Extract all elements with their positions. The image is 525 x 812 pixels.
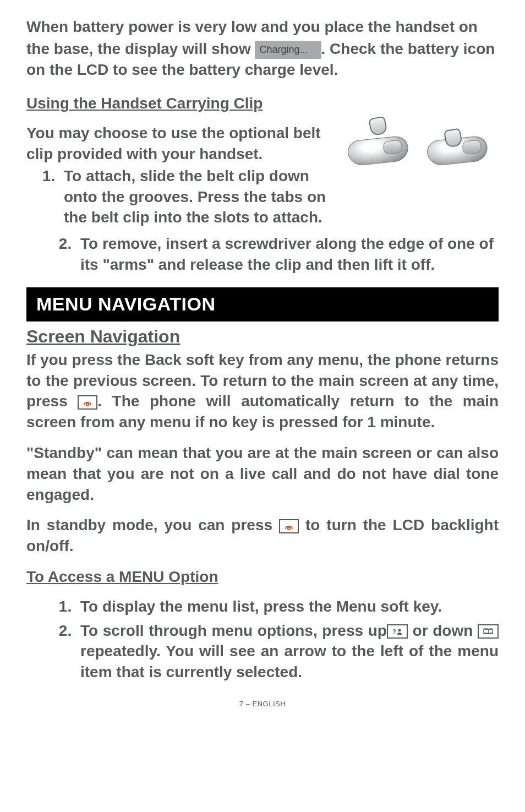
backlight-paragraph: In standby mode, you can press to turn t… [26, 515, 499, 557]
handset-left-icon [347, 135, 409, 167]
menu-step-2-post: repeatedly. You will see an arrow to the… [80, 642, 499, 680]
menu-step-1: To display the menu list, press the Menu… [76, 596, 499, 617]
svg-point-3 [398, 629, 401, 632]
menu-step-2: To scroll through menu options, press up… [76, 620, 499, 683]
menu-step-2-pre: To scroll through menu options, press up [80, 622, 387, 639]
nav-back-word: Back [145, 351, 182, 368]
clip-row: You may choose to use the optional belt … [26, 123, 499, 231]
menu-step-1-pre: To display the menu list, press the [80, 598, 336, 615]
subhead-carrying-clip: Using the Handset Carrying Clip [26, 93, 499, 114]
section-bar-menu-navigation: MENU NAVIGATION [26, 287, 499, 321]
svg-point-1 [288, 527, 290, 530]
svg-text:?: ? [392, 628, 396, 635]
nav-post: . The phone will automatically return to… [26, 393, 499, 430]
power-key-icon-2 [279, 519, 299, 533]
battery-paragraph-line1: When battery power is very low and you p… [26, 17, 499, 37]
clip-text-column: You may choose to use the optional belt … [26, 123, 336, 231]
battery-text-b-pre: the base, the display will show [26, 40, 255, 57]
battery-paragraph-line2: the base, the display will show Charging… [26, 39, 499, 80]
subhead-access-menu: To Access a MENU Option [26, 566, 499, 587]
standby-paragraph: "Standby" can mean that you are at the m… [26, 443, 499, 505]
menu-step-2-mid: or down [408, 622, 478, 639]
nav-pre: If you press the [26, 351, 145, 368]
nav-paragraph: If you press the Back soft key from any … [26, 350, 499, 433]
down-phonebook-key-icon [478, 624, 499, 639]
battery-text-a: When battery power is very low and you p… [26, 18, 478, 35]
svg-point-0 [86, 404, 89, 406]
menu-step-1-post: soft key. [376, 598, 442, 615]
clip-step-2: To remove, insert a screwdriver along th… [76, 233, 499, 275]
subhead-screen-navigation: Screen Navigation [26, 325, 499, 348]
power-key-icon [78, 395, 97, 410]
belt-clip-illustration [344, 123, 499, 189]
clip-steps-continued: To remove, insert a screwdriver along th… [26, 233, 499, 275]
charging-badge: Charging... [255, 41, 321, 58]
page-footer: 7 – ENGLISH [26, 699, 499, 709]
handset-right-icon [426, 135, 489, 167]
clip-step-1: To attach, slide the belt clip down onto… [59, 166, 336, 228]
backlight-pre: In standby mode, you can press [26, 516, 279, 533]
clip-piece-icon [368, 116, 388, 137]
clip-intro: You may choose to use the optional belt … [26, 123, 336, 165]
clip-attached-icon [444, 128, 463, 148]
clip-step-1-text: To attach, slide the belt clip down onto… [64, 167, 326, 226]
clip-step-2-text: To remove, insert a screwdriver along th… [80, 235, 494, 273]
standby-label: "Standby" [26, 444, 102, 461]
menu-access-steps: To display the menu list, press the Menu… [26, 596, 499, 683]
menu-word: Menu [336, 598, 376, 615]
up-contacts-key-icon: ? [387, 624, 408, 639]
